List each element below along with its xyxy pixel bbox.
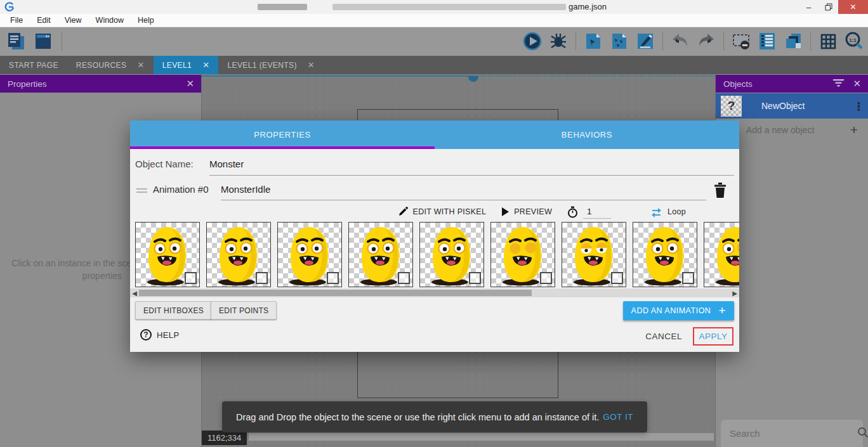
time-between-frames-field[interactable]: 1	[567, 205, 611, 219]
frames-scrollbar[interactable]: ◀ ▶	[130, 288, 739, 297]
object-search-input[interactable]	[728, 427, 857, 439]
titlebar-redacted-text	[258, 4, 307, 10]
redo-icon[interactable]	[695, 30, 717, 52]
menu-window[interactable]: Window	[89, 16, 131, 25]
animation-frame[interactable]	[348, 222, 413, 287]
active-tab-underline	[130, 146, 435, 149]
scroll-right-icon[interactable]: ▶	[731, 288, 739, 297]
cancel-button[interactable]: CANCEL	[645, 332, 682, 341]
animation-controls: EDIT WITH PISKEL PREVIEW 1	[371, 204, 686, 220]
tab-close-icon[interactable]: ✕	[202, 60, 209, 70]
frame-checkbox[interactable]	[469, 272, 481, 284]
objects-panel-title: Objects	[723, 79, 833, 89]
object-name-label: NewObject	[761, 101, 857, 111]
frame-checkbox[interactable]	[682, 272, 694, 284]
play-icon	[501, 207, 509, 216]
close-button[interactable]: ✕	[838, 0, 868, 14]
start-page-icon[interactable]	[5, 30, 27, 52]
drag-handle-icon[interactable]	[136, 186, 147, 195]
close-icon[interactable]: ✕	[853, 78, 861, 89]
tab-resources[interactable]: RESOURCES ✕	[67, 56, 154, 74]
objects-editor-icon[interactable]	[582, 30, 604, 52]
tab-start-page[interactable]: START PAGE	[0, 56, 67, 74]
window-title: game.json	[569, 0, 607, 14]
animation-frame[interactable]	[562, 222, 626, 287]
got-it-button[interactable]: GOT IT	[603, 412, 633, 422]
help-button[interactable]: ? HELP	[140, 329, 180, 340]
animation-name-input[interactable]: MonsterIdle	[221, 184, 270, 195]
frame-checkbox[interactable]	[256, 272, 268, 284]
animation-frame[interactable]	[277, 222, 342, 287]
gdevelop-logo-icon	[4, 2, 15, 12]
frame-checkbox[interactable]	[327, 272, 339, 284]
layers-editor-icon[interactable]	[782, 30, 804, 52]
tab-label: LEVEL1	[162, 61, 192, 70]
preview-button[interactable]: PREVIEW	[501, 207, 552, 216]
add-animation-button[interactable]: ADD AN ANIMATION +	[623, 301, 734, 320]
object-row-newobject[interactable]: ? NewObject •••	[716, 93, 868, 119]
edit-hitboxes-button[interactable]: EDIT HITBOXES	[135, 301, 212, 320]
animation-frame[interactable]	[704, 222, 739, 287]
tooltip-text: Drag and Drop the object to the scene or…	[236, 412, 603, 422]
scene-properties-icon[interactable]	[635, 30, 656, 52]
tab-label: LEVEL1 (EVENTS)	[227, 61, 296, 70]
menu-file[interactable]: File	[3, 16, 30, 25]
debug-icon[interactable]	[548, 30, 569, 52]
tab-label: START PAGE	[9, 61, 58, 70]
frame-checkbox[interactable]	[611, 272, 623, 284]
gdevelop-window: game.json – ✕ File Edit View Window Help	[0, 0, 868, 447]
scene-resize-handle[interactable]	[468, 76, 478, 82]
animation-frame[interactable]	[419, 222, 484, 287]
animation-frame[interactable]	[206, 222, 271, 287]
toolbar: 1:1	[0, 27, 868, 56]
menu-help[interactable]: Help	[131, 16, 161, 25]
frame-checkbox[interactable]	[540, 272, 552, 284]
add-object-label: Add a new object	[746, 125, 850, 135]
svg-text:1:1: 1:1	[849, 37, 857, 43]
tab-properties[interactable]: PROPERTIES	[130, 120, 435, 149]
restore-button[interactable]	[819, 0, 838, 14]
grid-icon[interactable]	[817, 30, 839, 52]
tab-behaviors[interactable]: BEHAVIORS	[435, 120, 739, 149]
frame-checkbox[interactable]	[398, 272, 410, 284]
search-icon	[857, 427, 868, 441]
edit-with-piskel-button[interactable]: EDIT WITH PISKEL	[398, 207, 487, 217]
launch-preview-icon[interactable]	[522, 30, 543, 52]
instances-list-icon[interactable]	[756, 30, 778, 52]
frame-checkbox[interactable]	[185, 272, 197, 284]
time-between-frames-value[interactable]: 1	[583, 205, 611, 219]
animation-frames-strip	[135, 222, 739, 288]
scrollbar-thumb[interactable]	[139, 290, 532, 296]
edit-points-button[interactable]: EDIT POINTS	[211, 301, 277, 320]
delete-animation-button[interactable]	[713, 183, 728, 199]
properties-panel-title: Properties	[8, 79, 186, 89]
animation-frame[interactable]	[135, 222, 200, 287]
object-name-input[interactable]: Monster	[209, 159, 244, 169]
object-menu-icon[interactable]: •••	[857, 101, 860, 111]
scroll-left-icon[interactable]: ◀	[131, 288, 138, 297]
loop-toggle[interactable]: Loop	[650, 207, 686, 217]
delete-instances-icon[interactable]	[730, 30, 752, 52]
object-name-field-label: Object Name:	[135, 159, 194, 169]
animation-frame[interactable]	[490, 222, 555, 287]
minimize-button[interactable]: –	[799, 0, 819, 14]
tab-level1-events[interactable]: LEVEL1 (EVENTS) ✕	[218, 56, 324, 74]
tab-level1[interactable]: LEVEL1 ✕	[154, 56, 219, 74]
object-groups-editor-icon[interactable]	[608, 30, 630, 52]
help-icon: ?	[140, 329, 152, 340]
tab-close-icon[interactable]: ✕	[308, 60, 315, 70]
undo-icon[interactable]	[669, 30, 691, 52]
menu-edit[interactable]: Edit	[30, 16, 58, 25]
project-manager-icon[interactable]	[32, 30, 54, 52]
close-icon[interactable]: ✕	[186, 78, 194, 89]
canvas-horizontal-scrollbar[interactable]	[249, 433, 714, 441]
menu-view[interactable]: View	[58, 16, 89, 25]
zoom-original-icon[interactable]: 1:1	[843, 30, 865, 52]
dialog-tabs: PROPERTIES BEHAVIORS	[130, 120, 739, 149]
filter-icon[interactable]	[833, 78, 844, 89]
object-search-box[interactable]	[721, 420, 863, 447]
apply-button[interactable]: APPLY	[693, 327, 733, 346]
animation-frame[interactable]	[633, 222, 697, 287]
tab-close-icon[interactable]: ✕	[137, 60, 144, 70]
properties-panel-header: Properties ✕	[0, 75, 201, 93]
